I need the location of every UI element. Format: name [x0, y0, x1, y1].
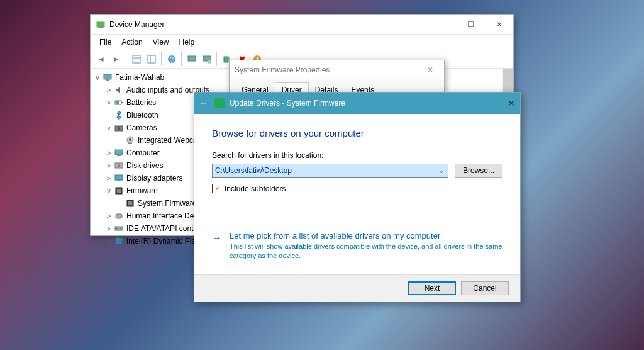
properties-title: System Firmware Properties	[235, 65, 416, 74]
checkbox-icon: ✓	[212, 184, 221, 193]
svg-rect-2	[133, 55, 140, 63]
svg-rect-8	[188, 56, 196, 61]
monitor-icon[interactable]	[200, 52, 214, 66]
svg-text:?: ?	[170, 56, 174, 63]
back-icon[interactable]: ←	[199, 98, 208, 108]
tool-icon[interactable]	[130, 52, 143, 66]
audio-icon	[113, 84, 125, 96]
tree-label: Batteries	[126, 96, 156, 109]
titlebar: Device Manager ─ ☐ ✕	[91, 15, 513, 35]
forward-icon[interactable]: ►	[109, 52, 123, 66]
svg-rect-35	[116, 214, 122, 218]
driver-icon	[214, 98, 225, 108]
close-button[interactable]: ✕	[416, 60, 444, 79]
option-title: Let me pick from a list of available dri…	[230, 231, 502, 240]
svg-rect-34	[128, 201, 132, 205]
next-button[interactable]: Next	[408, 281, 456, 295]
include-subfolders-checkbox[interactable]: ✓ Include subfolders	[212, 184, 502, 193]
search-label: Search for drivers in this location:	[212, 151, 502, 160]
cancel-button[interactable]: Cancel	[461, 281, 509, 295]
tree-label: Cameras	[126, 121, 157, 134]
svg-rect-39	[116, 238, 122, 244]
browse-button[interactable]: Browse...	[455, 164, 502, 178]
tree-label: System Firmware	[138, 197, 196, 210]
svg-point-21	[118, 127, 121, 130]
window-title: Device Manager	[109, 20, 428, 29]
menu-help[interactable]: Help	[174, 36, 200, 48]
bluetooth-icon	[113, 110, 125, 121]
properties-window: System Firmware Properties ✕ General Dri…	[229, 60, 445, 93]
tree-label: Display adapters	[126, 172, 182, 184]
tree-label: Computer	[126, 147, 160, 159]
svg-point-10	[208, 60, 211, 64]
path-combobox[interactable]: ⌄	[212, 164, 448, 178]
option-description: This list will show available drivers co…	[230, 242, 502, 261]
svg-rect-36	[115, 227, 123, 230]
svg-rect-11	[224, 57, 228, 62]
svg-point-38	[120, 228, 121, 229]
svg-point-23	[129, 138, 131, 141]
monitor-icon[interactable]	[185, 52, 199, 66]
help-icon[interactable]: ?	[165, 52, 179, 66]
tree-label: Fatima-Wahab	[115, 71, 164, 84]
svg-rect-24	[128, 143, 132, 144]
update-drivers-wizard: ← Update Drivers - System Firmware ✕ Bro…	[194, 92, 521, 302]
svg-rect-32	[117, 189, 121, 193]
battery-icon	[113, 97, 125, 108]
pick-from-list-option[interactable]: → Let me pick from a list of available d…	[212, 231, 502, 261]
menu-action[interactable]: Action	[116, 36, 147, 48]
svg-rect-18	[121, 102, 123, 103]
tree-label: Disk drives	[126, 159, 164, 172]
menubar: File Action View Help	[91, 35, 513, 50]
svg-rect-1	[99, 27, 103, 28]
svg-rect-16	[106, 79, 109, 81]
firmware-icon	[113, 185, 125, 196]
close-button[interactable]: ✕	[485, 15, 513, 34]
firmware-icon	[125, 198, 136, 209]
menu-file[interactable]: File	[94, 36, 116, 48]
svg-rect-29	[115, 175, 123, 180]
tool-icon[interactable]	[145, 52, 158, 66]
chevron-down-icon[interactable]: ⌄	[436, 166, 447, 176]
close-button[interactable]: ✕	[490, 98, 515, 108]
wizard-footer: Next Cancel	[194, 274, 520, 302]
svg-rect-30	[117, 180, 121, 181]
ide-icon	[113, 223, 125, 234]
tree-label: Firmware	[126, 184, 158, 197]
titlebar: System Firmware Properties ✕	[230, 60, 444, 79]
intel-icon	[113, 235, 125, 244]
svg-rect-4	[148, 55, 155, 63]
svg-point-28	[118, 164, 121, 167]
svg-point-37	[116, 228, 118, 229]
svg-rect-15	[104, 74, 111, 79]
tree-label: Bluetooth	[126, 109, 158, 121]
wizard-titlebar: ← Update Drivers - System Firmware ✕	[194, 93, 520, 114]
wizard-title: Update Drivers - System Firmware	[230, 99, 490, 108]
maximize-button[interactable]: ☐	[457, 15, 485, 34]
svg-rect-25	[115, 150, 123, 155]
svg-rect-19	[116, 101, 119, 104]
hid-icon	[113, 210, 125, 222]
minimize-button[interactable]: ─	[428, 15, 457, 34]
checkbox-label: Include subfolders	[225, 184, 286, 193]
disk-icon	[113, 160, 125, 171]
svg-rect-26	[117, 155, 121, 156]
webcam-icon	[125, 135, 136, 146]
path-input[interactable]	[212, 164, 448, 178]
computer-icon	[113, 147, 125, 159]
back-icon[interactable]: ◄	[94, 52, 108, 66]
menu-view[interactable]: View	[148, 36, 174, 48]
camera-icon	[113, 122, 125, 133]
svg-rect-0	[97, 22, 104, 27]
wizard-heading: Browse for drivers on your computer	[212, 128, 502, 138]
arrow-right-icon: →	[212, 232, 222, 261]
app-icon	[96, 20, 106, 30]
display-icon	[113, 172, 125, 184]
